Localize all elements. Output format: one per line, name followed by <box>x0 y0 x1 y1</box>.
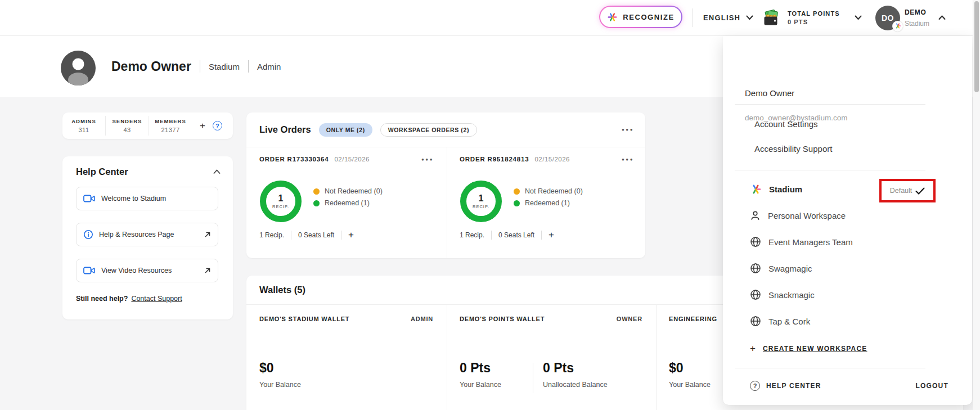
help-item-label: Welcome to Stadium <box>101 195 211 202</box>
live-orders-card: Live Orders ONLY ME (2) WORKSPACE ORDERS… <box>246 112 645 258</box>
add-seats-button[interactable]: + <box>549 230 554 240</box>
seats-left: 0 Seats Left <box>298 231 334 239</box>
info-icon <box>83 229 93 240</box>
workspace-label: Tap & Cork <box>768 317 810 326</box>
order-card: ORDER R951824813 02/15/2026 ●●● 1 RECIP.… <box>447 147 646 258</box>
help-item-videos[interactable]: View Video Resources <box>76 259 218 282</box>
globe-icon <box>750 289 761 300</box>
filter-workspace-orders[interactable]: WORKSPACE ORDERS (2) <box>380 123 477 137</box>
divider <box>248 60 249 73</box>
help-item-resources[interactable]: Help & Resources Page <box>76 223 218 246</box>
workspace-item-personal[interactable]: Personal Workspace <box>750 206 846 225</box>
live-orders-title: Live Orders <box>259 124 311 135</box>
help-item-label: View Video Resources <box>101 267 199 274</box>
divider <box>533 363 533 393</box>
wallet-balance: $0 <box>669 361 711 376</box>
stadium-asterisk-icon <box>750 183 762 195</box>
redeemed-donut-chart: 1 RECIP. <box>260 181 302 222</box>
wallet-balance-label: Unallocated Balance <box>543 381 608 389</box>
order-card: ORDER R173330364 02/15/2026 ●●● 1 RECIP.… <box>246 147 446 258</box>
language-label: ENGLISH <box>703 13 740 22</box>
wallets-title: Wallets (5) <box>259 285 305 295</box>
still-need-help-text: Still need help? <box>76 295 128 303</box>
workspace-item-stadium[interactable]: Stadium <box>750 179 802 199</box>
avatar-initials: DO <box>882 13 894 22</box>
create-new-workspace-label: CREATE NEW WORKSPACE <box>763 345 867 353</box>
recognize-label: RECOGNIZE <box>623 13 675 21</box>
default-badge-highlight: Default <box>879 179 936 202</box>
logout-button[interactable]: LOGOUT <box>915 382 948 390</box>
default-badge: Default <box>890 187 912 195</box>
order-id: ORDER R951824813 <box>460 156 529 163</box>
help-center-label: HELP CENTER <box>766 382 821 390</box>
stat-label: MEMBERS <box>149 118 192 124</box>
help-question-icon: ? <box>750 381 760 391</box>
redeemed-donut-chart: 1 RECIP. <box>460 181 502 222</box>
divider <box>341 231 341 240</box>
order-more-options-icon[interactable]: ●●● <box>421 157 434 162</box>
stadium-asterisk-icon <box>607 12 618 22</box>
user-avatar <box>61 51 96 85</box>
external-link-icon <box>204 231 211 238</box>
accessibility-support-link[interactable]: Accessibility Support <box>754 144 832 154</box>
seats-left: 0 Seats Left <box>498 231 534 239</box>
total-points-menu[interactable]: TOTAL POINTS 0 PTS <box>763 0 862 35</box>
divider <box>735 170 925 170</box>
contact-support-link[interactable]: Contact Support <box>131 295 182 303</box>
workspace-label: Event Managers Team <box>768 237 853 247</box>
divider <box>735 368 925 368</box>
globe-icon <box>750 316 761 327</box>
language-selector[interactable]: ENGLISH <box>703 0 753 35</box>
wallet-stadium: DEMO'S STADIUM WALLET ADMIN $0 Your Bala… <box>246 304 447 410</box>
green-dot-icon <box>514 200 520 206</box>
donut-count: 1 <box>479 194 484 203</box>
wallet-role-badge: ADMIN <box>411 316 433 322</box>
user-org: Stadium <box>209 62 240 71</box>
order-more-options-icon[interactable]: ●●● <box>622 157 634 162</box>
green-dot-icon <box>313 200 320 206</box>
donut-count: 1 <box>278 194 284 203</box>
stat-label: ADMINS <box>62 118 105 124</box>
workspace-subtitle: Stadium <box>905 20 929 28</box>
user-role: Admin <box>257 62 281 71</box>
help-item-welcome[interactable]: Welcome to Stadium <box>76 187 218 210</box>
legend-redeemed: Redeemed (1) <box>313 199 383 207</box>
donut-unit: RECIP. <box>473 204 489 209</box>
account-settings-link[interactable]: Account Settings <box>754 119 818 129</box>
workspace-item-event-managers[interactable]: Event Managers Team <box>750 232 853 251</box>
person-icon <box>750 210 761 221</box>
orange-dot-icon <box>313 188 320 195</box>
recip-summary: 1 Recip. <box>460 231 484 239</box>
filter-only-me[interactable]: ONLY ME (2) <box>319 123 372 137</box>
scrollbar-thumb[interactable] <box>974 1 979 92</box>
help-item-label: Help & Resources Page <box>99 231 199 238</box>
help-center-menu-button[interactable]: ? HELP CENTER <box>750 381 821 391</box>
workspace-item-swagmagic[interactable]: Swagmagic <box>750 259 812 278</box>
order-date: 02/15/2026 <box>334 156 416 163</box>
stat-members: MEMBERS 21377 <box>149 116 192 136</box>
help-question-icon[interactable]: ? <box>213 121 222 130</box>
total-points-value: 0 PTS <box>788 19 840 25</box>
wallet-balance: 0 Pts <box>460 361 501 376</box>
create-new-workspace-button[interactable]: + CREATE NEW WORKSPACE <box>750 344 867 353</box>
stat-label: SENDERS <box>106 118 149 124</box>
chevron-up-icon[interactable] <box>213 169 221 174</box>
legend-not-redeemed: Not Redeemed (0) <box>514 187 583 195</box>
workspace-item-snackmagic[interactable]: Snackmagic <box>750 285 815 304</box>
add-seats-button[interactable]: + <box>348 230 354 240</box>
add-members-button[interactable]: + <box>200 121 205 130</box>
stat-value: 21377 <box>149 127 192 133</box>
account-menu-button[interactable]: DO DEMO Stadium <box>875 0 946 35</box>
globe-icon <box>750 263 761 274</box>
recognize-button[interactable]: RECOGNIZE <box>599 6 682 28</box>
more-options-icon[interactable]: ●●● <box>622 127 634 132</box>
order-id: ORDER R173330364 <box>259 156 329 163</box>
scrollbar-track <box>973 0 980 410</box>
wallet-balance: 0 Pts <box>543 361 608 376</box>
workspace-label: Stadium <box>769 184 802 194</box>
stat-senders: SENDERS 43 <box>106 116 149 136</box>
wallet-balance-label: Your Balance <box>669 381 711 389</box>
workspace-item-tap-and-cork[interactable]: Tap & Cork <box>750 312 810 331</box>
chevron-down-icon <box>746 15 753 20</box>
checkmark-icon <box>915 187 925 195</box>
